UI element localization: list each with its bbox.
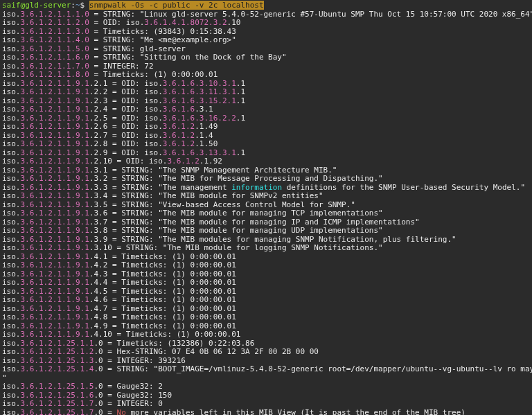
oid: 3.6.1.2.1.1.9.1 [21,209,89,218]
oid: 3.6.1.2.1.25.1.7 [21,399,94,408]
prompt-path: ~ [76,1,80,10]
oid: 3.6.1.6.3.10.3.1 [163,79,236,88]
oid: 3.6.1.2.1.1.9.1 [21,312,89,321]
command-opts: -Os -c public -v 2c [126,1,222,10]
oid: 3.6.1.2.1.1.9.1 [21,321,89,330]
oid: 3.6.1.2.1.1.9.1 [21,200,89,209]
oid: 3.6.1.2.1.1.9.1 [21,218,89,227]
oid: 3.6.1.2.1.1.4.0 [21,35,89,44]
oid: 3.6.1.2.1.1.9.1 [21,183,89,192]
oid: 3.6.1.2.1.1.1.0 [21,10,89,19]
oid: 3.6.1.2.1.1.2.0 [21,18,89,27]
oid: 3.6.1.2.1.1.9.1 [21,191,89,200]
oid: 3.6.1.2.1.1.9.1 [21,261,89,270]
oid: 3.6.1.2.1.1.9.1 [21,166,89,175]
oid: 3.6.1.2.1.1.9.1 [21,114,89,123]
oid: 3.6.1.2.1.1.9.1 [21,87,89,96]
oid: 3.6.1.2 [163,131,195,140]
output-line: iso.3.6.1.2.1.25.1.7.0 = No more variabl… [2,409,530,416]
command-target: localhost [222,1,264,10]
oid: 3.6.1.2.1.25.1.1 [21,339,94,348]
oid: 3.6.1.2.1.1.9.1 [21,252,89,261]
oid: 3.6.1.2.1.1.9.1 [21,270,89,279]
oid: 3.6.1.6.3.11.3.1 [163,87,236,96]
oid: 3.6.1.2 [163,139,195,148]
oid: 3.6.1.4.1.8072.3.2 [144,18,227,27]
oid: 3.6.1.2.1.1.9.1 [21,157,89,166]
oid: 3.6.1.2.1.1.9.1 [21,295,89,304]
oid: 3.6.1.2.1.1.9.1 [21,174,89,183]
prompt-user: saif [2,1,21,10]
oid: 3.6.1.2.1.1.9.1 [21,330,89,339]
oid: 3.6.1.6 [163,105,195,114]
oid: 3.6.1.2.1.1.3.0 [21,27,89,36]
oid: 3.6.1.6.3.13.3.1 [163,148,236,157]
oid: 3.6.1.2.1.1.7.0 [21,62,89,71]
oid: 3.6.1.2.1.1.9.1 [21,139,89,148]
oid: 3.6.1.2 [167,157,199,166]
oid: 3.6.1.6.3.16.2.2 [163,114,236,123]
oid: 3.6.1.2.1.1.9.1 [21,131,89,140]
oid: 3.6.1.2.1.1.9.1 [21,122,89,131]
command-highlight: snmpwalk -Os -c public -v 2c localhost [89,1,264,10]
oid: 3.6.1.2.1.25.1.6 [21,391,94,400]
command-name: snmpwalk [89,1,126,10]
prompt-host: gld-server [25,1,71,10]
terminal-output[interactable]: saif@gld-server:~$ snmpwalk -Os -c publi… [0,0,532,415]
oid: 3.6.1.2.1.25.1.3 [21,356,94,365]
oid: 3.6.1.2.1.1.8.0 [21,70,89,79]
oid: 3.6.1.2.1.1.9.1 [21,105,89,114]
oid: 3.6.1.2.1.1.9.1 [21,287,89,296]
oid: 3.6.1.2.1.1.5.0 [21,44,89,53]
oid: 3.6.1.2.1.1.9.1 [21,235,89,244]
oid: 3.6.1.2.1.1.6.0 [21,53,89,62]
oid: 3.6.1.2 [163,122,195,131]
oid: 3.6.1.2.1.1.9.1 [21,79,89,88]
oid: 3.6.1.2.1.1.9.1 [21,278,89,287]
oid: 3.6.1.6.3.15.2.1 [163,96,236,105]
oid: 3.6.1.2.1.25.1.7 [21,408,94,416]
oid: 3.6.1.2.1.25.1.2 [21,347,94,356]
oid: 3.6.1.2.1.1.9.1 [21,304,89,313]
oid: 3.6.1.2.1.1.9.1 [21,243,89,252]
output-line: iso.3.6.1.2.1.25.1.4.0 = STRING: "BOOT_I… [2,365,530,374]
oid: 3.6.1.2.1.1.9.1 [21,96,89,105]
oid: 3.6.1.2.1.1.9.1 [21,226,89,235]
oid: 3.6.1.2.1.25.1.4 [21,364,94,373]
oid: 3.6.1.2.1.1.9.1 [21,148,89,157]
oid: 3.6.1.2.1.25.1.5 [21,382,94,391]
